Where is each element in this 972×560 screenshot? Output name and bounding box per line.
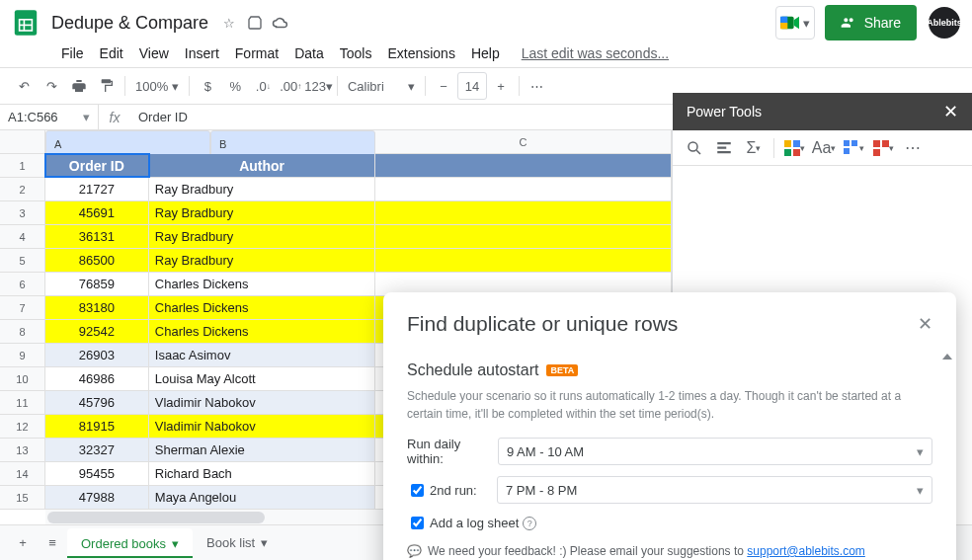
cell-author[interactable]: Charles Dickens <box>149 320 376 343</box>
cell-order-id[interactable]: 21727 <box>45 178 149 200</box>
cell-author[interactable]: Louisa May Alcott <box>149 367 376 390</box>
row-header[interactable]: 14 <box>0 462 45 485</box>
font-size-increase[interactable]: + <box>487 72 515 100</box>
dialog-scrollbar[interactable] <box>941 352 953 560</box>
col-header-c[interactable]: C <box>375 130 672 153</box>
tool-case-icon[interactable]: Aa▾ <box>810 134 838 162</box>
more-toolbar-button[interactable]: ⋯ <box>524 72 551 100</box>
cell-author[interactable]: Ray Bradbury <box>149 225 376 248</box>
cell-author[interactable]: Charles Dickens <box>149 273 376 295</box>
cell-c[interactable] <box>375 178 672 200</box>
cell-c[interactable] <box>375 249 672 272</box>
cell-author[interactable]: Sherman Alexie <box>149 439 376 461</box>
row-header[interactable]: 4 <box>0 225 45 248</box>
cell-order-id[interactable]: 32327 <box>45 439 149 461</box>
tool-blocks-icon[interactable]: ▾ <box>840 134 867 162</box>
header-cell-author[interactable]: Author <box>149 154 376 177</box>
cell-order-id[interactable]: 36131 <box>45 225 149 248</box>
header-cell-c[interactable] <box>375 154 672 177</box>
row-header[interactable]: 7 <box>0 296 45 319</box>
row-header[interactable]: 8 <box>0 320 45 343</box>
cell-order-id[interactable]: 92542 <box>45 320 149 343</box>
redo-button[interactable]: ↷ <box>38 72 65 100</box>
tool-remove-icon[interactable]: ▾ <box>869 134 897 162</box>
select-all-corner[interactable] <box>0 130 45 153</box>
cell-order-id[interactable]: 76859 <box>45 273 149 295</box>
name-box[interactable]: A1:C566▾ <box>0 105 99 129</box>
currency-button[interactable]: $ <box>194 72 221 100</box>
cell-order-id[interactable]: 81915 <box>45 415 149 438</box>
row-header[interactable]: 9 <box>0 344 45 366</box>
cloud-status-icon[interactable] <box>270 12 291 34</box>
all-sheets-button[interactable]: ≡ <box>38 528 67 558</box>
menu-tools[interactable]: Tools <box>332 41 380 65</box>
cell-c[interactable] <box>375 201 672 224</box>
row-header[interactable]: 2 <box>0 178 45 200</box>
row-header[interactable]: 15 <box>0 486 45 509</box>
undo-button[interactable]: ↶ <box>10 72 38 100</box>
last-edit-link[interactable]: Last edit was seconds... <box>522 45 669 61</box>
document-name[interactable]: Dedupe & Compare <box>51 13 208 34</box>
run-daily-select[interactable]: 9 AM - 10 AM▾ <box>498 438 932 465</box>
cell-order-id[interactable]: 83180 <box>45 296 149 319</box>
cell-order-id[interactable]: 45796 <box>45 391 149 414</box>
row-header[interactable]: 6 <box>0 273 45 295</box>
decrease-decimal-button[interactable]: .0↓ <box>249 72 277 100</box>
font-size-input[interactable]: 14 <box>457 72 487 100</box>
dialog-close-icon[interactable]: ✕ <box>918 313 932 335</box>
number-format-select[interactable]: 123 ▾ <box>304 72 333 100</box>
row-header[interactable]: 3 <box>0 201 45 224</box>
cell-author[interactable]: Ray Bradbury <box>149 201 376 224</box>
menu-help[interactable]: Help <box>463 41 508 65</box>
cell-order-id[interactable]: 45691 <box>45 201 149 224</box>
add-sheet-button[interactable]: + <box>8 528 38 558</box>
sheet-tab-ordered-books[interactable]: Ordered books ▾ <box>67 528 193 558</box>
account-avatar[interactable]: Ablebits <box>929 7 960 39</box>
second-run-select[interactable]: 7 PM - 8 PM▾ <box>497 476 932 504</box>
sidebar-close-icon[interactable]: ✕ <box>943 101 958 122</box>
paint-format-button[interactable] <box>93 72 121 100</box>
log-sheet-checkbox[interactable] <box>411 517 424 529</box>
row-header[interactable]: 13 <box>0 439 45 461</box>
cell-order-id[interactable]: 95455 <box>45 462 149 485</box>
tool-search-icon[interactable] <box>681 134 708 162</box>
menu-file[interactable]: File <box>53 41 92 65</box>
tool-grid-icon[interactable]: ▾ <box>780 134 808 162</box>
tool-text-icon[interactable] <box>710 134 738 162</box>
second-run-checkbox[interactable] <box>411 484 424 497</box>
move-icon[interactable] <box>244 12 266 34</box>
row-header[interactable]: 10 <box>0 367 45 390</box>
menu-data[interactable]: Data <box>286 41 332 65</box>
font-select[interactable]: Calibri▾ <box>342 72 421 100</box>
help-icon[interactable]: ? <box>523 517 536 530</box>
sheet-tab-book-list[interactable]: Book list ▾ <box>193 528 282 558</box>
support-link[interactable]: support@ablebits.com <box>747 544 865 558</box>
cell-author[interactable]: Isaac Asimov <box>149 344 376 366</box>
percent-button[interactable]: % <box>221 72 249 100</box>
cell-author[interactable]: Vladimir Nabokov <box>149 415 376 438</box>
zoom-select[interactable]: 100% ▾ <box>129 72 185 100</box>
menu-format[interactable]: Format <box>227 41 286 65</box>
cell-author[interactable]: Richard Bach <box>149 462 376 485</box>
cell-author[interactable]: Charles Dickens <box>149 296 376 319</box>
star-icon[interactable]: ☆ <box>218 12 240 34</box>
meet-button[interactable]: ▾ <box>775 6 815 40</box>
tool-more-icon[interactable]: ⋯ <box>899 134 927 162</box>
cell-author[interactable]: Maya Angelou <box>149 486 376 509</box>
cell-author[interactable]: Vladimir Nabokov <box>149 391 376 414</box>
menu-edit[interactable]: Edit <box>92 41 131 65</box>
sheets-logo[interactable] <box>8 5 43 40</box>
share-button[interactable]: Share <box>825 5 917 40</box>
row-header[interactable]: 1 <box>0 154 45 177</box>
cell-c[interactable] <box>375 225 672 248</box>
cell-order-id[interactable]: 47988 <box>45 486 149 509</box>
row-header[interactable]: 12 <box>0 415 45 438</box>
cell-order-id[interactable]: 46986 <box>45 367 149 390</box>
cell-order-id[interactable]: 26903 <box>45 344 149 366</box>
cell-order-id[interactable]: 86500 <box>45 249 149 272</box>
header-cell-order-id[interactable]: Order ID <box>45 154 149 177</box>
increase-decimal-button[interactable]: .00↑ <box>277 72 304 100</box>
menu-insert[interactable]: Insert <box>177 41 227 65</box>
font-size-decrease[interactable]: − <box>430 72 457 100</box>
print-button[interactable] <box>65 72 93 100</box>
